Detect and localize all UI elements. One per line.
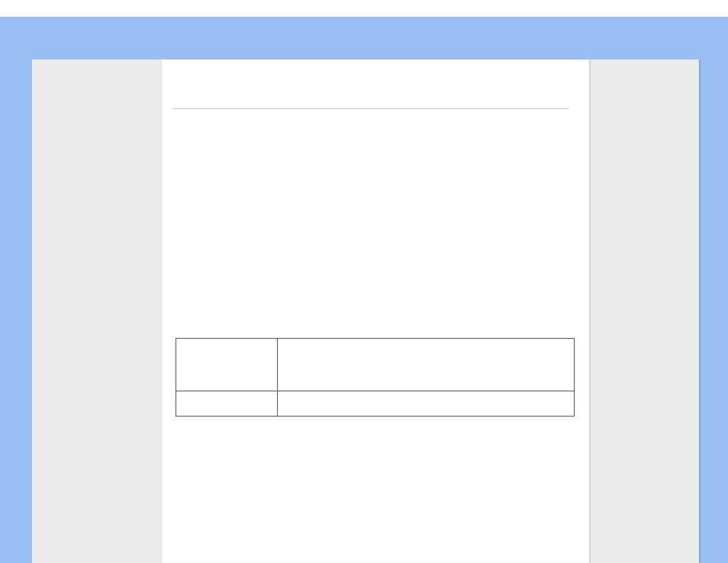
table-cell[interactable] bbox=[278, 339, 575, 391]
table-cell[interactable] bbox=[278, 391, 575, 417]
table-cell[interactable] bbox=[176, 391, 278, 417]
document-workspace[interactable] bbox=[32, 60, 699, 563]
horizontal-rule bbox=[172, 108, 569, 109]
table-cell[interactable] bbox=[176, 339, 278, 391]
document-table[interactable] bbox=[176, 338, 575, 417]
table-row[interactable] bbox=[176, 391, 575, 417]
document-page[interactable] bbox=[162, 60, 589, 563]
table-row[interactable] bbox=[176, 339, 575, 391]
app-frame bbox=[0, 17, 728, 563]
